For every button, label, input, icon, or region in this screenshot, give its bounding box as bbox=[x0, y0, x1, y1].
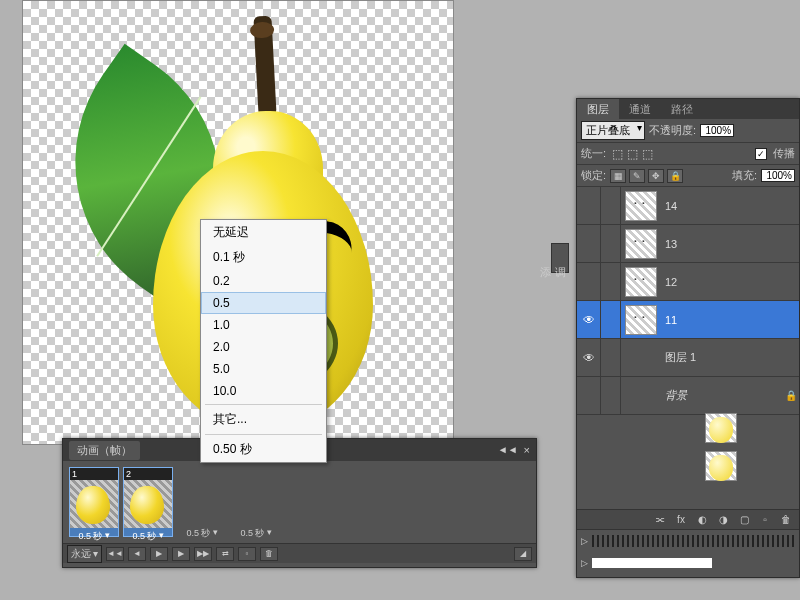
delay-option-2[interactable]: 0.2 bbox=[201, 270, 326, 292]
timeline-expand-icon[interactable]: ▷ bbox=[581, 536, 588, 546]
layer-link-column[interactable] bbox=[601, 187, 621, 224]
layer-link-column[interactable] bbox=[601, 339, 621, 376]
last-frame-button[interactable]: ▶▶ bbox=[194, 547, 212, 561]
prev-frame-button[interactable]: ◄ bbox=[128, 547, 146, 561]
layers-blend-row: 正片叠底 不透明度: 100% bbox=[577, 119, 799, 143]
delay-option-6[interactable]: 5.0 bbox=[201, 358, 326, 380]
layer-item-4[interactable]: 👁图层 1 bbox=[577, 339, 799, 377]
layers-unify-row: 统一: ⬚ ⬚ ⬚ ✓ 传播 bbox=[577, 143, 799, 165]
dropdown-arrow-icon: ▾ bbox=[105, 530, 110, 543]
play-button[interactable]: ▶ bbox=[150, 547, 168, 561]
adjustment-layer-icon[interactable]: ◑ bbox=[715, 514, 731, 525]
lock-pixels-icon[interactable]: ✎ bbox=[629, 169, 645, 183]
delete-layer-icon[interactable]: 🗑 bbox=[778, 514, 794, 525]
delete-frame-button[interactable]: 🗑 bbox=[260, 547, 278, 561]
animation-tab[interactable]: 动画（帧） bbox=[69, 441, 140, 460]
propagate-checkbox[interactable]: ✓ bbox=[755, 148, 767, 160]
unify-label: 统一: bbox=[581, 146, 606, 161]
tween-button[interactable]: ⇄ bbox=[216, 547, 234, 561]
layer-thumbnail[interactable] bbox=[625, 267, 657, 297]
layer-name-label[interactable]: 图层 1 bbox=[661, 350, 785, 365]
layer-visibility-toggle[interactable]: 👁 bbox=[577, 301, 601, 338]
new-layer-icon[interactable]: ▫ bbox=[757, 514, 773, 525]
lock-transparency-icon[interactable]: ▦ bbox=[610, 169, 626, 183]
layer-name-label[interactable]: 背景 bbox=[661, 388, 785, 403]
layer-item-2[interactable]: 12 bbox=[577, 263, 799, 301]
duplicate-frame-button[interactable]: ▫ bbox=[238, 547, 256, 561]
layer-name-label[interactable]: 11 bbox=[661, 314, 785, 326]
delay-option-0[interactable]: 无延迟 bbox=[201, 220, 326, 245]
layer-link-column[interactable] bbox=[601, 225, 621, 262]
delay-other-option[interactable]: 其它... bbox=[201, 407, 326, 432]
blend-mode-select[interactable]: 正片叠底 bbox=[581, 121, 645, 140]
opacity-input[interactable]: 100% bbox=[700, 124, 734, 137]
frame-delay-label[interactable]: 0.5 秒▾ bbox=[70, 528, 118, 545]
opacity-label: 不透明度: bbox=[649, 123, 696, 138]
panel-tab-2[interactable]: 路径 bbox=[661, 99, 703, 119]
layer-thumbnail[interactable] bbox=[625, 191, 657, 221]
frame-thumbnail bbox=[70, 480, 118, 528]
layer-group-icon[interactable]: ▢ bbox=[736, 514, 752, 525]
layer-mask-icon[interactable]: ◐ bbox=[694, 514, 710, 525]
delay-option-7[interactable]: 10.0 bbox=[201, 380, 326, 402]
frame-delay-context-menu: 无延迟0.1 秒0.20.51.02.05.010.0其它...0.50 秒 bbox=[200, 219, 327, 463]
animation-frames-strip: 10.5 秒▾20.5 秒▾0.5 秒▾0.5 秒▾ bbox=[63, 461, 536, 543]
layer-visibility-toggle[interactable] bbox=[577, 263, 601, 300]
unify-visibility-icon[interactable]: ⬚ bbox=[627, 147, 638, 161]
layer-item-5[interactable]: 背景🔒 bbox=[577, 377, 799, 415]
animation-panel-footer: 永远 ▾ ◄◄ ◄ ▶ ▶ ▶▶ ⇄ ▫ 🗑 ◢ bbox=[63, 543, 536, 563]
panel-tab-1[interactable]: 通道 bbox=[619, 99, 661, 119]
layer-name-label[interactable]: 13 bbox=[661, 238, 785, 250]
lock-all-icon[interactable]: 🔒 bbox=[667, 169, 683, 183]
layer-visibility-toggle[interactable]: 👁 bbox=[577, 339, 601, 376]
layer-link-column[interactable] bbox=[601, 301, 621, 338]
layer-link-column[interactable] bbox=[601, 377, 621, 414]
animation-frame-1[interactable]: 10.5 秒▾ bbox=[69, 467, 119, 537]
layer-thumbnail[interactable] bbox=[625, 229, 657, 259]
layer-thumbnail[interactable] bbox=[625, 305, 657, 335]
timeline-white-region bbox=[592, 558, 712, 568]
layers-timeline-strip: ▷ ▷ bbox=[577, 529, 799, 577]
collapse-arrows-icon[interactable]: ◄◄ bbox=[498, 444, 518, 456]
animation-frame-2[interactable]: 20.5 秒▾ bbox=[123, 467, 173, 537]
frame-thumbnail bbox=[124, 480, 172, 528]
layer-thumbnail[interactable] bbox=[705, 413, 737, 443]
frame-delay-label: 0.5 秒▾ bbox=[231, 525, 281, 542]
fill-input[interactable]: 100% bbox=[761, 169, 795, 182]
unify-position-icon[interactable]: ⬚ bbox=[612, 147, 623, 161]
timeline-bars bbox=[592, 535, 795, 547]
delay-option-4[interactable]: 1.0 bbox=[201, 314, 326, 336]
lock-position-icon[interactable]: ✥ bbox=[648, 169, 664, 183]
delay-option-1[interactable]: 0.1 秒 bbox=[201, 245, 326, 270]
delay-option-3[interactable]: 0.5 bbox=[201, 292, 326, 314]
delay-option-5[interactable]: 2.0 bbox=[201, 336, 326, 358]
layer-name-label[interactable]: 12 bbox=[661, 276, 785, 288]
layer-item-1[interactable]: 13 bbox=[577, 225, 799, 263]
layer-visibility-toggle[interactable] bbox=[577, 225, 601, 262]
layer-fx-icon[interactable]: fx bbox=[673, 514, 689, 525]
loop-mode-select[interactable]: 永远 ▾ bbox=[67, 545, 102, 563]
fill-label: 填充: bbox=[732, 168, 757, 183]
next-frame-button[interactable]: ▶ bbox=[172, 547, 190, 561]
link-layers-icon[interactable]: ⫘ bbox=[652, 514, 668, 525]
layer-thumbnail[interactable] bbox=[705, 451, 737, 481]
unify-style-icon[interactable]: ⬚ bbox=[642, 147, 653, 161]
layer-visibility-toggle[interactable] bbox=[577, 187, 601, 224]
panel-tab-0[interactable]: 图层 bbox=[577, 99, 619, 119]
collapsed-side-panel[interactable]: 调 添 bbox=[551, 243, 569, 273]
frame-delay-label: 0.5 秒▾ bbox=[177, 525, 227, 542]
layer-visibility-toggle[interactable] bbox=[577, 377, 601, 414]
animation-frame-ghost-2: 0.5 秒▾ bbox=[231, 467, 281, 537]
delay-current-value[interactable]: 0.50 秒 bbox=[201, 437, 326, 462]
panel-close-icon[interactable]: × bbox=[524, 444, 530, 456]
panel-resize-handle[interactable]: ◢ bbox=[514, 547, 532, 561]
layer-name-label[interactable]: 14 bbox=[661, 200, 785, 212]
layer-lock-icon: 🔒 bbox=[785, 390, 799, 401]
frame-delay-label[interactable]: 0.5 秒▾ bbox=[124, 528, 172, 545]
layer-link-column[interactable] bbox=[601, 263, 621, 300]
layer-item-3[interactable]: 👁11 bbox=[577, 301, 799, 339]
layer-item-0[interactable]: 14 bbox=[577, 187, 799, 225]
layers-panel: 图层通道路径 正片叠底 不透明度: 100% 统一: ⬚ ⬚ ⬚ ✓ 传播 锁定… bbox=[576, 98, 800, 578]
first-frame-button[interactable]: ◄◄ bbox=[106, 547, 124, 561]
timeline-expand-icon-2[interactable]: ▷ bbox=[581, 558, 588, 568]
